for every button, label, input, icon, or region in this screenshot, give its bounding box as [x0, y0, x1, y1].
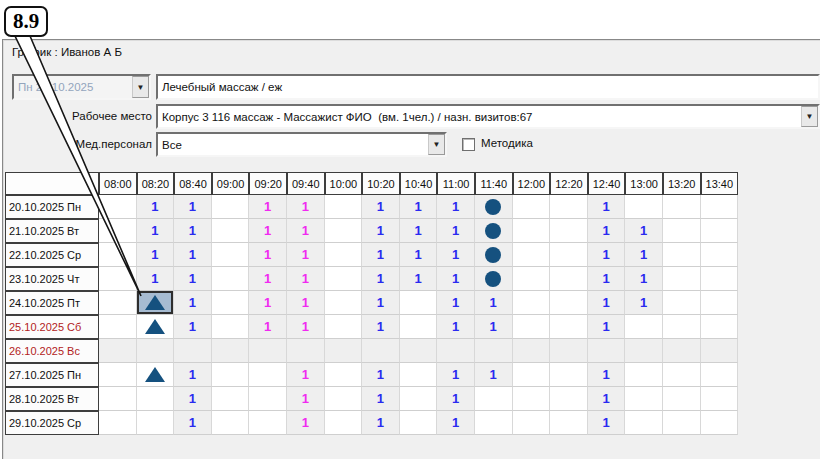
slot-cell[interactable] — [212, 315, 250, 339]
slot-cell[interactable]: 1 — [287, 267, 325, 291]
slot-cell[interactable] — [99, 243, 137, 267]
date-picker[interactable]: Пн 20.10.2025 ▼ — [12, 74, 151, 100]
slot-cell[interactable] — [701, 291, 739, 315]
date-dropdown-button[interactable]: ▼ — [132, 76, 149, 98]
slot-cell[interactable] — [550, 339, 588, 363]
slot-cell[interactable] — [701, 387, 739, 411]
slot-cell[interactable]: 1 — [588, 243, 626, 267]
slot-cell[interactable] — [400, 291, 438, 315]
slot-cell[interactable]: 1 — [362, 195, 400, 219]
slot-cell[interactable]: 1 — [588, 387, 626, 411]
slot-cell[interactable]: 1 — [174, 267, 212, 291]
date-row-header[interactable]: 26.10.2025 Вс — [5, 339, 99, 363]
staff-combo[interactable]: Все ▼ — [156, 132, 447, 157]
slot-cell[interactable]: 1 — [588, 267, 626, 291]
slot-cell[interactable] — [99, 315, 137, 339]
slot-cell[interactable] — [625, 411, 663, 435]
date-row-header[interactable]: 20.10.2025 Пн — [5, 195, 99, 219]
slot-cell[interactable] — [325, 411, 363, 435]
slot-cell[interactable] — [325, 363, 363, 387]
slot-cell[interactable] — [137, 315, 175, 339]
slot-cell[interactable] — [475, 243, 513, 267]
slot-cell[interactable]: 1 — [249, 195, 287, 219]
slot-cell[interactable] — [663, 243, 701, 267]
slot-cell[interactable] — [325, 219, 363, 243]
slot-cell[interactable]: 1 — [287, 219, 325, 243]
slot-cell[interactable]: 1 — [249, 243, 287, 267]
slot-cell[interactable] — [663, 363, 701, 387]
slot-cell[interactable] — [212, 291, 250, 315]
slot-cell[interactable]: 1 — [588, 363, 626, 387]
slot-cell[interactable] — [475, 339, 513, 363]
slot-cell[interactable] — [325, 243, 363, 267]
slot-cell[interactable] — [701, 243, 739, 267]
slot-cell[interactable] — [663, 219, 701, 243]
slot-cell[interactable] — [212, 267, 250, 291]
slot-cell[interactable] — [400, 411, 438, 435]
slot-cell[interactable]: 1 — [174, 387, 212, 411]
slot-cell[interactable]: 1 — [588, 291, 626, 315]
date-row-header[interactable]: 22.10.2025 Ср — [5, 243, 99, 267]
slot-cell[interactable]: 1 — [137, 195, 175, 219]
slot-cell[interactable] — [550, 387, 588, 411]
slot-cell[interactable] — [663, 387, 701, 411]
slot-cell[interactable] — [99, 291, 137, 315]
slot-cell[interactable] — [212, 387, 250, 411]
slot-cell[interactable] — [287, 339, 325, 363]
slot-cell[interactable] — [99, 339, 137, 363]
slot-cell[interactable] — [249, 387, 287, 411]
slot-cell[interactable] — [550, 219, 588, 243]
slot-cell[interactable] — [325, 291, 363, 315]
slot-cell[interactable]: 1 — [362, 411, 400, 435]
slot-cell[interactable]: 1 — [249, 291, 287, 315]
slot-cell[interactable] — [137, 291, 175, 315]
slot-cell[interactable] — [513, 291, 551, 315]
slot-cell[interactable]: 1 — [437, 387, 475, 411]
slot-cell[interactable] — [701, 411, 739, 435]
slot-cell[interactable]: 1 — [400, 219, 438, 243]
slot-cell[interactable]: 1 — [362, 387, 400, 411]
slot-cell[interactable]: 1 — [625, 291, 663, 315]
slot-cell[interactable] — [325, 267, 363, 291]
slot-cell[interactable] — [400, 363, 438, 387]
slot-cell[interactable] — [513, 363, 551, 387]
slot-cell[interactable] — [625, 387, 663, 411]
slot-cell[interactable] — [249, 363, 287, 387]
slot-cell[interactable] — [249, 339, 287, 363]
slot-cell[interactable] — [99, 411, 137, 435]
slot-cell[interactable]: 1 — [437, 243, 475, 267]
slot-cell[interactable] — [513, 339, 551, 363]
slot-cell[interactable] — [325, 315, 363, 339]
slot-cell[interactable]: 1 — [362, 315, 400, 339]
slot-cell[interactable] — [663, 411, 701, 435]
slot-cell[interactable] — [475, 411, 513, 435]
slot-cell[interactable] — [475, 267, 513, 291]
slot-cell[interactable] — [625, 195, 663, 219]
slot-cell[interactable]: 1 — [362, 243, 400, 267]
slot-cell[interactable] — [550, 363, 588, 387]
slot-cell[interactable]: 1 — [625, 267, 663, 291]
slot-cell[interactable] — [362, 339, 400, 363]
slot-cell[interactable]: 1 — [362, 219, 400, 243]
slot-cell[interactable] — [550, 411, 588, 435]
slot-cell[interactable] — [513, 411, 551, 435]
slot-cell[interactable]: 1 — [588, 219, 626, 243]
slot-cell[interactable] — [212, 243, 250, 267]
methodic-checkbox[interactable] — [462, 138, 475, 151]
slot-cell[interactable] — [663, 315, 701, 339]
slot-cell[interactable]: 1 — [475, 315, 513, 339]
date-row-header[interactable]: 28.10.2025 Вт — [5, 387, 99, 411]
slot-cell[interactable] — [701, 339, 739, 363]
slot-cell[interactable] — [663, 339, 701, 363]
slot-cell[interactable] — [475, 219, 513, 243]
slot-cell[interactable] — [701, 219, 739, 243]
slot-cell[interactable] — [513, 315, 551, 339]
slot-cell[interactable] — [513, 387, 551, 411]
slot-cell[interactable] — [513, 267, 551, 291]
slot-cell[interactable]: 1 — [625, 243, 663, 267]
slot-cell[interactable] — [137, 411, 175, 435]
slot-cell[interactable]: 1 — [588, 315, 626, 339]
slot-cell[interactable] — [625, 339, 663, 363]
slot-cell[interactable]: 1 — [475, 363, 513, 387]
slot-cell[interactable] — [99, 219, 137, 243]
